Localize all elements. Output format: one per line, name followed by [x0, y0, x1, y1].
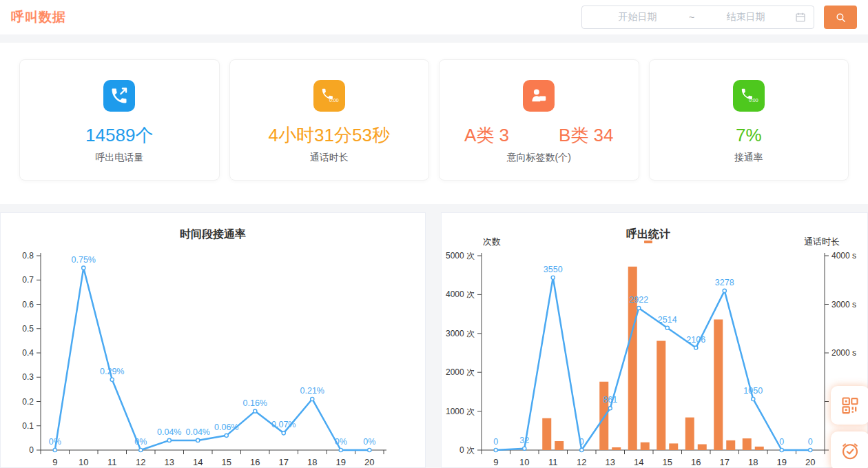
svg-text:0.6: 0.6 [22, 300, 34, 309]
search-button[interactable] [824, 6, 857, 29]
intent-tag-b-value: B类 34 [559, 125, 614, 145]
date-range-separator: ~ [686, 12, 697, 23]
answer-rate-value: 7% [736, 125, 762, 145]
date-range-picker[interactable]: 开始日期 ~ 结束日期 [581, 6, 814, 29]
svg-text:20: 20 [805, 457, 815, 467]
charts-row: 时间段接通率00.10.20.30.40.50.60.70.8910111213… [0, 212, 868, 468]
svg-text:1050: 1050 [743, 386, 763, 396]
person-tag-icon [523, 80, 555, 112]
phone-answered-icon: 0:00 [733, 80, 765, 112]
svg-text:0: 0 [29, 445, 34, 455]
stat-card-outbound-calls: 14589个 呼出电话量 [19, 59, 220, 181]
qr-code-fab-button[interactable] [831, 386, 868, 425]
svg-text:0: 0 [779, 437, 784, 447]
svg-text:2106: 2106 [686, 335, 705, 345]
svg-text:18: 18 [307, 457, 317, 467]
svg-text:0.07%: 0.07% [271, 420, 296, 429]
svg-text:12: 12 [136, 457, 145, 467]
svg-text:0:00: 0:00 [329, 98, 339, 103]
stat-card-intent-tags: A类 3 B类 34 意向标签数(个) [439, 59, 639, 181]
calendar-icon [794, 11, 807, 23]
svg-text:通话时长: 通话时长 [804, 236, 840, 247]
connection-rate-chart-panel: 时间段接通率00.10.20.30.40.50.60.70.8910111213… [0, 212, 426, 468]
connection-rate-chart: 时间段接通率00.10.20.30.40.50.60.70.8910111213… [1, 213, 425, 467]
intent-tags-label: 意向标签数(个) [507, 152, 571, 164]
svg-text:16: 16 [691, 457, 701, 467]
intent-tag-a-value: A类 3 [464, 125, 509, 145]
svg-text:2514: 2514 [658, 315, 677, 325]
phone-duration-icon: 0:00 [313, 80, 345, 112]
svg-text:0.16%: 0.16% [243, 398, 267, 408]
svg-text:17: 17 [720, 457, 730, 467]
svg-text:0.2: 0.2 [22, 397, 34, 407]
svg-text:861: 861 [603, 395, 617, 405]
svg-text:0%: 0% [49, 437, 61, 447]
svg-text:9: 9 [493, 457, 498, 467]
svg-text:1000 次: 1000 次 [446, 407, 475, 416]
svg-text:时间段接通率: 时间段接通率 [180, 227, 246, 240]
outbound-stats-chart-panel: 呼出统计次数通话时长0 次1000 次2000 次3000 次4000 次500… [441, 212, 868, 468]
svg-text:呼出统计: 呼出统计 [626, 227, 670, 240]
svg-text:15: 15 [663, 457, 672, 467]
stat-card-answer-rate: 0:00 7% 接通率 [649, 59, 849, 181]
talk-duration-value: 4小时31分53秒 [269, 125, 390, 145]
call-time-fab-button[interactable] [831, 431, 868, 468]
svg-text:4000 s: 4000 s [831, 251, 856, 261]
page-title: 呼叫数据 [11, 8, 66, 26]
svg-text:0%: 0% [363, 437, 375, 447]
svg-text:19: 19 [777, 457, 787, 467]
svg-text:0.04%: 0.04% [186, 427, 210, 437]
svg-text:3278: 3278 [715, 278, 734, 287]
svg-text:16: 16 [250, 457, 260, 467]
svg-text:14: 14 [634, 457, 643, 467]
outbound-calls-value: 14589个 [85, 125, 153, 145]
stat-cards-strip: 14589个 呼出电话量 0:00 4小时31分53秒 通话时长 [0, 43, 868, 204]
svg-text:12: 12 [577, 457, 586, 467]
svg-text:0.29%: 0.29% [100, 367, 124, 376]
svg-text:13: 13 [606, 457, 615, 467]
header-toolbar: 开始日期 ~ 结束日期 [581, 6, 857, 29]
stat-card-talk-duration: 0:00 4小时31分53秒 通话时长 [229, 59, 430, 181]
svg-text:2922: 2922 [629, 295, 648, 305]
svg-text:0: 0 [579, 437, 584, 447]
svg-text:11: 11 [548, 457, 558, 467]
qr-code-icon [840, 396, 860, 415]
svg-text:0:00: 0:00 [749, 98, 758, 103]
svg-text:0.1: 0.1 [22, 421, 34, 431]
svg-text:0.3: 0.3 [22, 372, 34, 382]
svg-text:2000 次: 2000 次 [446, 367, 475, 377]
svg-text:18: 18 [748, 457, 758, 467]
svg-text:11: 11 [107, 457, 117, 467]
start-date-placeholder[interactable]: 开始日期 [589, 11, 686, 23]
svg-text:13: 13 [165, 457, 174, 467]
svg-text:14: 14 [193, 457, 203, 467]
svg-text:10: 10 [79, 457, 88, 467]
svg-text:20: 20 [364, 457, 374, 467]
svg-text:2000 s: 2000 s [831, 348, 856, 358]
svg-text:0.04%: 0.04% [157, 427, 181, 437]
svg-text:3000 次: 3000 次 [446, 329, 475, 338]
svg-text:3000 s: 3000 s [831, 300, 856, 309]
svg-text:32: 32 [519, 436, 529, 445]
svg-text:0.4: 0.4 [22, 348, 34, 358]
end-date-placeholder[interactable]: 结束日期 [697, 11, 794, 23]
svg-text:0.8: 0.8 [22, 251, 34, 261]
svg-text:0.7: 0.7 [22, 275, 34, 285]
svg-text:9: 9 [52, 457, 57, 467]
svg-text:次数: 次数 [483, 236, 501, 247]
phone-outgoing-icon [103, 80, 135, 112]
svg-text:15: 15 [222, 457, 231, 467]
svg-text:5000 次: 5000 次 [446, 251, 475, 261]
svg-text:0: 0 [493, 437, 498, 447]
svg-text:0.75%: 0.75% [72, 255, 96, 265]
svg-text:17: 17 [279, 457, 289, 467]
outbound-calls-label: 呼出电话量 [95, 152, 143, 164]
svg-text:10: 10 [519, 457, 529, 467]
svg-text:0 次: 0 次 [459, 445, 475, 455]
page-header: 呼叫数据 开始日期 ~ 结束日期 [0, 0, 868, 34]
answer-rate-label: 接通率 [734, 152, 763, 164]
svg-text:19: 19 [336, 457, 346, 467]
svg-text:0%: 0% [134, 437, 147, 447]
svg-text:4000 次: 4000 次 [446, 289, 475, 299]
search-icon [835, 12, 847, 23]
